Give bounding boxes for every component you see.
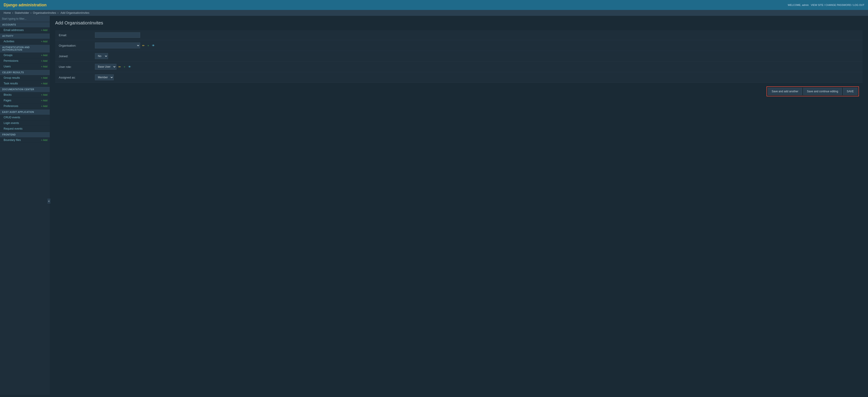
groups-link[interactable]: Groups: [4, 54, 12, 57]
activities-link[interactable]: Activities: [4, 40, 14, 43]
breadcrumb-sep3: ›: [58, 11, 59, 15]
breadcrumb-sep1: ›: [12, 11, 14, 15]
blocks-link[interactable]: Blocks: [4, 93, 11, 96]
users-add[interactable]: + Add: [41, 65, 48, 68]
organisation-label: Organisation:: [59, 44, 95, 47]
organisation-edit-icon[interactable]: ✏: [142, 44, 145, 48]
sidebar-section-activity: ACTIVITY: [0, 33, 50, 39]
email-input[interactable]: [95, 32, 140, 38]
welcome-text: WELCOME,: [788, 4, 801, 6]
sidebar-section-audit: EASY AUDIT APPLICATION: [0, 110, 50, 115]
sidebar-item-permissions: Permissions + Add: [0, 58, 50, 64]
boundary-files-add[interactable]: + Add: [41, 139, 48, 141]
form-row-joined: Joined: No Yes: [55, 51, 863, 61]
username: admin: [802, 4, 809, 6]
sidebar-item-groups: Groups + Add: [0, 53, 50, 58]
user-role-edit-icon[interactable]: ✏: [118, 65, 122, 69]
joined-field-container: No Yes: [95, 53, 108, 59]
email-label: Email:: [59, 33, 95, 37]
sidebar-section-auth: AUTHENTICATION AND AUTHORIZATION: [0, 45, 50, 53]
organisation-select[interactable]: [95, 42, 140, 49]
breadcrumb-sep2: ›: [31, 11, 32, 15]
assigned-as-select[interactable]: Member Admin Owner: [95, 75, 114, 80]
save-button[interactable]: SAVE: [843, 88, 858, 95]
organisation-view-icon[interactable]: 👁: [151, 44, 156, 48]
pages-link[interactable]: Pages: [4, 99, 11, 102]
log-out-link[interactable]: LOG OUT: [853, 4, 864, 6]
save-continue-button[interactable]: Save and continue editing: [803, 88, 842, 95]
organisation-add-icon[interactable]: +: [147, 44, 150, 48]
sidebar-item-blocks: Blocks + Add: [0, 92, 50, 98]
joined-select[interactable]: No Yes: [95, 53, 108, 59]
group-results-link[interactable]: Group results: [4, 76, 20, 79]
page-title: Add OrganisationInvites: [55, 20, 863, 26]
sidebar-item-login-events: Login events: [0, 120, 50, 126]
form-row-assigned-as: Assigned as: Member Admin Owner: [55, 72, 863, 83]
breadcrumb: Home › Stakeholder › OrganisationInvites…: [0, 10, 868, 16]
group-results-add[interactable]: + Add: [41, 77, 48, 79]
activities-add[interactable]: + Add: [41, 40, 48, 43]
sidebar-item-email-addresses: Email addresses + Add: [0, 27, 50, 33]
sidebar-filter-input[interactable]: [0, 16, 50, 22]
permissions-add[interactable]: + Add: [41, 59, 48, 62]
content-area: Add OrganisationInvites Email: Organisat…: [50, 16, 868, 395]
header: Django administration WELCOME, admin VIE…: [0, 0, 868, 10]
breadcrumb-stakeholder[interactable]: Stakeholder: [15, 11, 29, 15]
form-row-user-role: User role: Base User Admin Manager ✏ + 👁: [55, 61, 863, 72]
organisation-field-container: ✏ + 👁: [95, 42, 156, 49]
user-role-field-container: Base User Admin Manager ✏ + 👁: [95, 64, 132, 70]
request-events-link[interactable]: Request events: [4, 127, 22, 130]
login-events-link[interactable]: Login events: [4, 121, 19, 125]
form-container: Email: Organisation: ✏ + 👁: [55, 30, 863, 83]
main-container: ACCOUNTS Email addresses + Add ACTIVITY …: [0, 16, 868, 395]
sidebar-item-request-events: Request events: [0, 126, 50, 132]
boundary-files-link[interactable]: Boundary files: [4, 138, 21, 142]
submit-row: Save and add another Save and continue e…: [55, 83, 863, 100]
site-title: Django administration: [4, 3, 46, 7]
blocks-add[interactable]: + Add: [41, 93, 48, 96]
header-right: WELCOME, admin VIEW SITE / CHANGE PASSWO…: [788, 4, 864, 6]
user-role-label: User role:: [59, 65, 95, 68]
sidebar: ACCOUNTS Email addresses + Add ACTIVITY …: [0, 16, 50, 395]
user-role-view-icon[interactable]: 👁: [127, 65, 132, 69]
breadcrumb-home[interactable]: Home: [4, 11, 11, 15]
sidebar-section-doccenter: DOCUMENTATION CENTER: [0, 87, 50, 92]
joined-label: Joined:: [59, 55, 95, 58]
pages-add[interactable]: + Add: [41, 99, 48, 102]
sidebar-item-task-results: Task results + Add: [0, 81, 50, 86]
submit-buttons-group: Save and add another Save and continue e…: [767, 86, 859, 96]
sidebar-item-crud-events: CRUD events: [0, 115, 50, 120]
sidebar-section-frontend: FRONTEND: [0, 132, 50, 137]
sidebar-item-boundary-files: Boundary files + Add: [0, 137, 50, 143]
sidebar-item-activities: Activities + Add: [0, 39, 50, 44]
crud-events-link[interactable]: CRUD events: [4, 116, 20, 119]
permissions-link[interactable]: Permissions: [4, 59, 18, 62]
save-add-another-button[interactable]: Save and add another: [768, 88, 802, 95]
preferences-link[interactable]: Preferences: [4, 105, 18, 108]
sidebar-collapse-button[interactable]: «: [48, 199, 51, 204]
user-role-select[interactable]: Base User Admin Manager: [95, 64, 116, 70]
users-link[interactable]: Users: [4, 65, 11, 68]
task-results-link[interactable]: Task results: [4, 82, 18, 85]
sidebar-item-users: Users + Add: [0, 64, 50, 69]
assigned-as-label: Assigned as:: [59, 76, 95, 79]
sidebar-section-accounts: ACCOUNTS: [0, 22, 50, 27]
breadcrumb-current: Add OrganisationInvites: [61, 11, 89, 15]
form-row-email: Email:: [55, 30, 863, 40]
form-row-organisation: Organisation: ✏ + 👁: [55, 40, 863, 51]
breadcrumb-organisation-invites[interactable]: OrganisationInvites: [33, 11, 56, 15]
preferences-add[interactable]: + Add: [41, 105, 48, 108]
email-addresses-link[interactable]: Email addresses: [4, 29, 24, 32]
email-field-container: [95, 32, 140, 38]
task-results-add[interactable]: + Add: [41, 82, 48, 85]
user-role-add-icon[interactable]: +: [123, 65, 126, 69]
assigned-as-field-container: Member Admin Owner: [95, 75, 114, 80]
view-site-link[interactable]: VIEW SITE: [811, 4, 824, 6]
groups-add[interactable]: + Add: [41, 54, 48, 57]
sidebar-item-preferences: Preferences + Add: [0, 103, 50, 109]
email-addresses-add[interactable]: + Add: [41, 29, 48, 31]
sidebar-item-group-results: Group results + Add: [0, 75, 50, 81]
sidebar-section-celery: CELERY RESULTS: [0, 70, 50, 75]
change-password-link[interactable]: CHANGE PASSWORD: [826, 4, 851, 6]
sidebar-item-pages: Pages + Add: [0, 98, 50, 103]
